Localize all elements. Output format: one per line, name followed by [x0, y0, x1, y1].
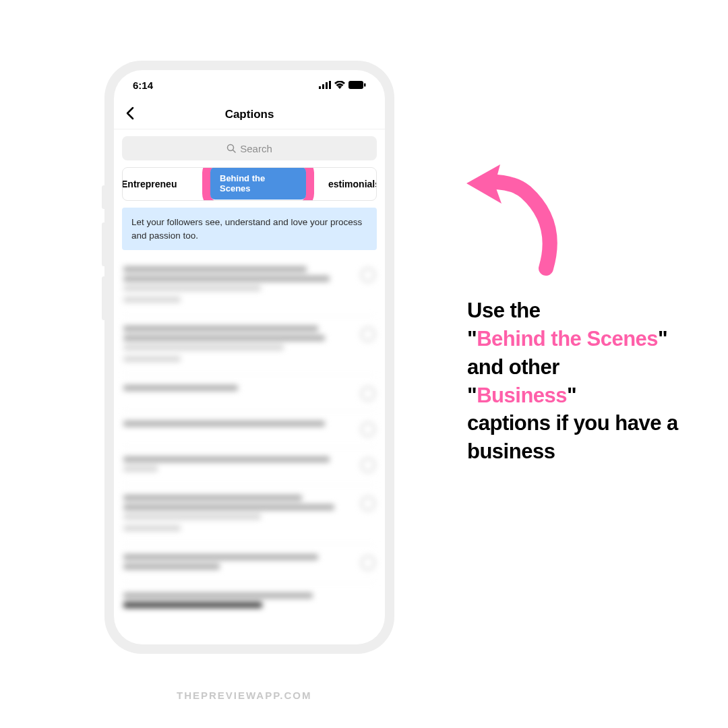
phone-screen: 6:14 Captions Search Entrepreneu estimon…: [114, 70, 385, 644]
status-time: 6:14: [133, 80, 153, 91]
check-icon: [361, 458, 375, 473]
wifi-icon: [334, 81, 345, 89]
check-icon: [361, 386, 375, 401]
back-button[interactable]: [125, 105, 134, 124]
highlight-annotation: Behind the Scenes: [202, 167, 314, 201]
category-tabs: Entrepreneu estimonials Behind the Scene…: [122, 167, 377, 201]
list-item[interactable]: [123, 257, 375, 316]
svg-rect-4: [348, 81, 363, 89]
list-item[interactable]: [123, 545, 375, 583]
svg-rect-3: [329, 81, 331, 89]
svg-rect-1: [322, 84, 324, 89]
list-item[interactable]: [123, 316, 375, 375]
status-icons: [319, 81, 366, 89]
search-placeholder: Search: [240, 143, 272, 154]
list-item[interactable]: [123, 447, 375, 485]
check-icon: [361, 268, 375, 282]
callout-text: Use the "Behind the Scenes" and other "B…: [467, 297, 690, 466]
page-title: Captions: [225, 108, 274, 121]
search-input[interactable]: Search: [122, 136, 377, 160]
list-item[interactable]: [123, 485, 375, 545]
search-icon: [226, 144, 236, 153]
check-icon: [361, 327, 375, 342]
check-icon: [361, 496, 375, 511]
tab-testimonials[interactable]: estimonials: [317, 179, 377, 189]
check-icon: [361, 422, 375, 437]
list-item[interactable]: [123, 375, 375, 411]
chevron-left-icon: [125, 107, 134, 120]
footer-watermark: THEPREVIEWAPP.COM: [177, 690, 311, 701]
tab-behind-scenes[interactable]: Behind the Scenes: [210, 167, 306, 200]
svg-rect-2: [326, 82, 328, 89]
phone-mute-button: [102, 185, 106, 209]
check-icon: [361, 555, 375, 570]
svg-line-7: [233, 150, 236, 153]
battery-icon: [348, 81, 366, 89]
phone-frame: 6:14 Captions Search Entrepreneu estimon…: [104, 61, 394, 654]
status-bar: 6:14: [114, 70, 385, 100]
list-item[interactable]: [123, 411, 375, 447]
phone-volume-down: [102, 276, 106, 320]
list-item[interactable]: [123, 583, 375, 621]
svg-rect-0: [319, 86, 321, 89]
nav-header: Captions: [114, 100, 385, 129]
caption-list: [114, 257, 385, 621]
arrow-annotation: [458, 155, 580, 279]
info-banner: Let your followers see, understand and l…: [122, 208, 377, 250]
phone-volume-up: [102, 222, 106, 266]
curved-arrow-icon: [458, 155, 580, 276]
tab-entrepreneur[interactable]: Entrepreneu: [122, 179, 187, 189]
cellular-icon: [319, 81, 331, 89]
svg-rect-5: [364, 84, 366, 87]
